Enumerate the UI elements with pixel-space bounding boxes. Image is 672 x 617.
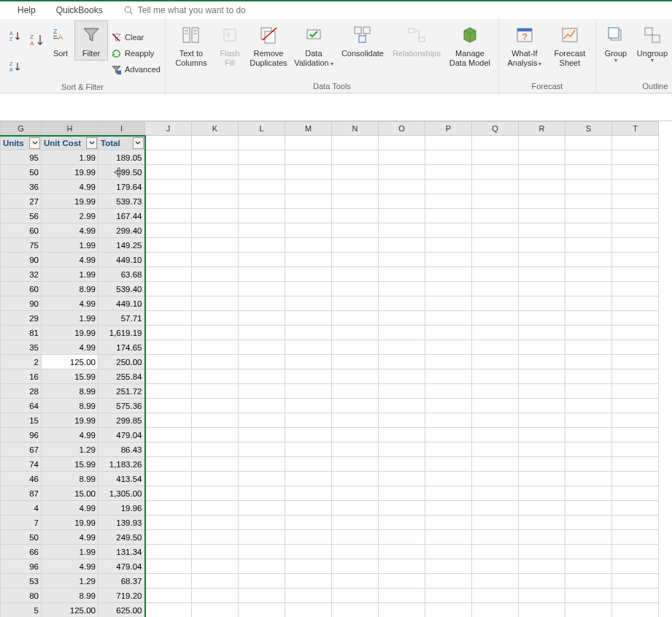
cell-empty[interactable] [565, 355, 612, 369]
cell-empty[interactable] [192, 413, 239, 428]
cell-empty[interactable] [239, 223, 285, 238]
cell-empty[interactable] [425, 486, 472, 501]
cell-empty[interactable] [612, 442, 659, 457]
cell-empty[interactable] [472, 457, 519, 472]
cell[interactable]: 1.29 [42, 574, 99, 589]
cell-empty[interactable] [192, 355, 239, 369]
cell-empty[interactable] [612, 150, 659, 165]
cell-empty[interactable] [379, 355, 425, 369]
cell-empty[interactable] [239, 209, 285, 223]
cell-empty[interactable] [472, 545, 519, 559]
cell-empty[interactable] [379, 311, 425, 326]
cell-empty[interactable] [612, 238, 659, 253]
cell-empty[interactable] [425, 501, 472, 516]
cell[interactable]: 4.99 [42, 501, 99, 516]
cell-empty[interactable] [612, 194, 659, 209]
cell-empty[interactable] [192, 253, 239, 267]
cell-empty[interactable] [472, 326, 519, 340]
column-header-p[interactable]: P [425, 122, 472, 136]
cell-empty[interactable] [425, 180, 472, 194]
cell-empty[interactable] [565, 486, 612, 501]
cell-empty[interactable] [285, 589, 332, 603]
cell-empty[interactable] [285, 530, 332, 545]
cell-empty[interactable] [379, 194, 425, 209]
forecast-sheet-button[interactable]: Forecast Sheet [547, 20, 592, 70]
cell-empty[interactable] [379, 501, 425, 516]
cell-empty[interactable] [565, 296, 612, 311]
column-header-j[interactable]: J [145, 122, 192, 136]
reapply-button[interactable]: Reapply [109, 47, 162, 60]
cell[interactable]: 67 [1, 442, 42, 457]
cell[interactable]: 27 [1, 194, 42, 209]
cell[interactable]: 19.99 [42, 165, 99, 180]
cell-empty[interactable] [472, 501, 519, 516]
cell[interactable]: 36 [1, 180, 42, 194]
cell-empty[interactable] [192, 369, 239, 384]
cell-empty[interactable] [565, 399, 612, 413]
cell-empty[interactable] [612, 603, 659, 618]
cell[interactable]: 57.71 [99, 311, 145, 326]
cell-empty[interactable] [145, 165, 192, 180]
cell-empty[interactable] [612, 355, 659, 369]
cell-empty[interactable] [612, 165, 659, 180]
cell[interactable]: 8.99 [42, 589, 99, 603]
cell-empty[interactable] [425, 516, 472, 530]
cell-empty[interactable] [332, 238, 379, 253]
cell-empty[interactable] [192, 574, 239, 589]
cell-empty[interactable] [612, 501, 659, 516]
cell[interactable]: 179.64 [99, 180, 145, 194]
cell-empty[interactable] [145, 442, 192, 457]
cell-empty[interactable] [332, 442, 379, 457]
cell-empty[interactable] [332, 428, 379, 442]
cell-empty[interactable] [425, 399, 472, 413]
column-header-m[interactable]: M [285, 122, 332, 136]
cell-empty[interactable] [519, 486, 565, 501]
cell-empty[interactable] [145, 486, 192, 501]
cell-empty[interactable] [239, 238, 285, 253]
cell-empty[interactable] [379, 559, 425, 574]
cell-empty[interactable] [425, 413, 472, 428]
cell-empty[interactable] [565, 194, 612, 209]
cell[interactable]: 35 [1, 340, 42, 355]
cell[interactable]: 32 [1, 267, 42, 282]
cell[interactable]: 167.44 [99, 209, 145, 223]
cell-empty[interactable] [332, 326, 379, 340]
cell-empty[interactable] [565, 589, 612, 603]
cell-empty[interactable] [285, 501, 332, 516]
cell-empty[interactable] [285, 399, 332, 413]
cell-empty[interactable] [145, 559, 192, 574]
cell-empty[interactable] [379, 472, 425, 486]
cell[interactable]: 1.99 [42, 150, 99, 165]
cell[interactable]: 56 [1, 209, 42, 223]
cell-empty[interactable] [379, 369, 425, 384]
cell-empty[interactable] [239, 267, 285, 282]
cell-empty[interactable] [192, 603, 239, 618]
cell-empty[interactable] [145, 296, 192, 311]
cell-empty[interactable] [192, 545, 239, 559]
cell-empty[interactable] [285, 253, 332, 267]
cell[interactable]: 19.99 [42, 194, 99, 209]
cell-empty[interactable] [239, 399, 285, 413]
cell-empty[interactable] [145, 136, 192, 150]
cell-empty[interactable] [379, 253, 425, 267]
cell-empty[interactable] [472, 311, 519, 326]
cell-empty[interactable] [239, 180, 285, 194]
cell-empty[interactable] [285, 311, 332, 326]
cell-empty[interactable] [612, 311, 659, 326]
cell-empty[interactable] [472, 209, 519, 223]
cell-empty[interactable] [239, 442, 285, 457]
cell-empty[interactable] [379, 442, 425, 457]
cell-empty[interactable] [285, 136, 332, 150]
cell-empty[interactable] [612, 530, 659, 545]
cell-empty[interactable] [425, 530, 472, 545]
cell-empty[interactable] [425, 296, 472, 311]
cell[interactable]: 15.00 [42, 486, 99, 501]
cell-empty[interactable] [425, 253, 472, 267]
cell-empty[interactable] [472, 165, 519, 180]
cell-empty[interactable] [612, 369, 659, 384]
cell-empty[interactable] [145, 413, 192, 428]
cell-empty[interactable] [519, 530, 565, 545]
cell-empty[interactable] [379, 150, 425, 165]
cell[interactable]: 4.99 [42, 530, 99, 545]
cell[interactable]: 19.99 [42, 413, 99, 428]
